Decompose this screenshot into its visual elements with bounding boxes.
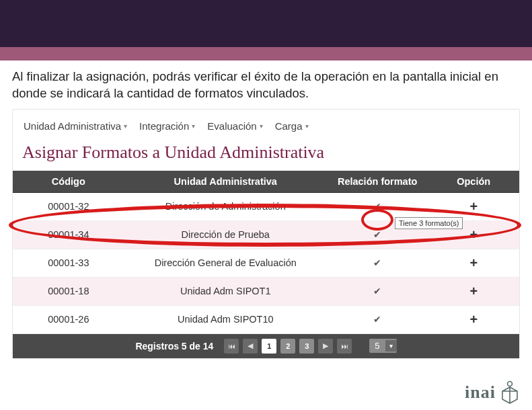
check-icon: ✔ [373,314,381,325]
menu-label: Integración [139,120,189,132]
logo-text: inai [465,382,496,403]
pager-page-1[interactable]: 1 [262,339,276,354]
cell-codigo: 00001-32 [13,192,124,220]
formats-tooltip: Tiene 3 formato(s) [395,217,463,229]
cell-unidad: Dirección de Prueba [124,220,327,249]
pager-last-button[interactable]: ⏭ [337,339,352,354]
page-title: Asignar Formatos a Unidad Administrativa [13,140,519,171]
check-icon: ✔ [373,286,381,296]
pager-page-2[interactable]: 2 [280,339,295,354]
pager-page-3[interactable]: 3 [299,339,314,354]
chevron-down-icon: ▾ [192,122,195,130]
add-button[interactable]: + [469,312,478,327]
svg-point-0 [508,382,512,386]
table-row: 00001-33 Dirección General de Evaluación… [13,249,519,277]
cell-codigo: 00001-33 [13,249,124,277]
chevron-down-icon: ▾ [124,122,127,130]
pager-first-button[interactable]: ⏮ [224,339,239,354]
col-relacion: Relación formato [327,171,428,193]
col-codigo: Código [13,171,124,193]
add-button[interactable]: + [469,227,478,242]
cell-relacion: ✔ [327,305,428,333]
caption-text: Al finalizar la asignación, podrás verif… [0,60,532,105]
cell-unidad: Unidad Adm SIPOT1 [124,277,327,305]
cell-opcion: + [428,305,519,333]
pager-records-label: Registros 5 de 14 [135,341,213,352]
inai-logo: inai [465,380,520,405]
menu-label: Evaluación [207,120,256,132]
header-accent-band [0,47,532,60]
chevron-down-icon: ▾ [260,122,263,130]
formatos-table: Código Unidad Administrativa Relación fo… [13,171,519,334]
cell-unidad: Unidad Adm SIPOT10 [124,305,327,333]
add-button[interactable]: + [469,284,478,298]
menu-integracion[interactable]: Integración ▾ [135,119,199,133]
app-screenshot: Unidad Administrativa ▾ Integración ▾ Ev… [12,109,520,359]
add-button[interactable]: + [469,255,478,270]
cell-relacion: ✔ [327,249,428,277]
cell-opcion: + [428,249,519,277]
menu-carga[interactable]: Carga ▾ [271,119,313,133]
table-header-row: Código Unidad Administrativa Relación fo… [13,171,519,193]
menu-label: Unidad Administrativa [24,120,121,132]
cell-unidad: Dirección de Administración [124,192,327,220]
top-menu: Unidad Administrativa ▾ Integración ▾ Ev… [13,115,519,140]
page-size-value: 5 [369,339,385,353]
chevron-down-icon: ▾ [385,340,397,352]
cell-codigo: 00001-34 [13,220,124,249]
cell-codigo: 00001-26 [13,305,124,333]
header-dark-band [0,0,532,47]
page-size-select[interactable]: 5 ▾ [369,339,396,353]
cell-opcion: + [428,277,519,305]
check-icon: ✔ [373,257,381,268]
cell-relacion: ✔ [327,277,428,305]
cell-unidad: Dirección General de Evaluación [124,249,327,277]
pager-next-button[interactable]: ▶ [318,339,333,354]
slide-header-bar [0,0,532,60]
check-icon: ✔ [373,201,381,212]
pagination-bar: Registros 5 de 14 ⏮ ◀ 1 2 3 ▶ ⏭ 5 ▾ [13,334,519,358]
menu-evaluacion[interactable]: Evaluación ▾ [203,119,266,133]
add-button[interactable]: + [469,199,478,214]
check-icon: ✔ [373,229,381,240]
cell-codigo: 00001-18 [13,277,124,305]
menu-label: Carga [275,120,303,132]
table-row: 00001-18 Unidad Adm SIPOT1 ✔ + [13,277,519,305]
table-row: 00001-26 Unidad Adm SIPOT10 ✔ + [13,305,519,333]
col-opcion: Opción [428,171,519,193]
menu-unidad-administrativa[interactable]: Unidad Administrativa ▾ [20,119,131,133]
pager-prev-button[interactable]: ◀ [243,339,258,354]
cube-person-icon [500,380,520,405]
col-unidad: Unidad Administrativa [124,171,327,193]
chevron-down-icon: ▾ [305,122,309,130]
